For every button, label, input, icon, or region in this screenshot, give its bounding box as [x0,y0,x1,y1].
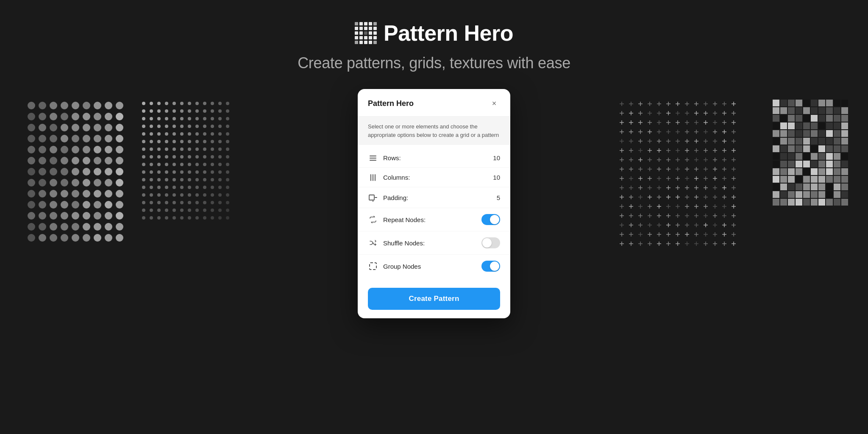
group-nodes-field: Group Nodes [358,255,510,278]
rows-field: Rows: 10 [358,148,510,168]
app-header: Pattern Hero Create patterns, grids, tex… [0,0,868,72]
svg-rect-0 [369,195,374,200]
padding-icon [368,193,378,202]
modal-body: Rows: 10 Columns: 10 [358,145,510,281]
preview-crosses [615,97,745,255]
group-nodes-label: Group Nodes [383,263,481,270]
repeat-nodes-field: Repeat Nodes: [358,208,510,231]
pattern-hero-modal: Pattern Hero × Select one or more elemen… [358,89,510,318]
close-button[interactable]: × [488,97,500,109]
columns-icon [368,174,378,181]
shuffle-nodes-label: Shuffle Nodes: [383,239,481,247]
modal-header: Pattern Hero × [358,89,510,117]
modal-footer: Create Pattern [358,281,510,318]
create-pattern-button[interactable]: Create Pattern [368,288,500,310]
repeat-nodes-label: Repeat Nodes: [383,216,481,223]
padding-field: Padding: 5 [358,187,510,208]
group-nodes-toggle[interactable] [481,261,500,272]
padding-label: Padding: [383,194,497,201]
shuffle-nodes-icon [368,239,378,247]
modal-title: Pattern Hero [368,99,414,108]
title-row: Pattern Hero [355,20,513,46]
rows-value[interactable]: 10 [493,154,500,161]
app-title: Pattern Hero [384,20,513,46]
modal-info-text: Select one or more elements and choose t… [358,117,510,145]
repeat-nodes-toggle[interactable] [481,214,500,225]
columns-label: Columns: [383,174,493,181]
rows-icon [368,156,378,161]
preview-pixels [771,97,851,209]
rows-label: Rows: [383,154,493,161]
preview-dots-small [138,97,238,228]
app-subtitle: Create patterns, grids, textures with ea… [298,54,570,72]
columns-field: Columns: 10 [358,168,510,187]
preview-dots-large [23,97,131,249]
columns-value[interactable]: 10 [493,174,500,181]
group-nodes-icon [368,262,378,270]
shuffle-nodes-toggle[interactable] [481,237,500,248]
shuffle-nodes-field: Shuffle Nodes: [358,231,510,255]
padding-value[interactable]: 5 [497,194,500,201]
repeat-nodes-icon [368,215,378,224]
app-logo-icon [355,22,377,44]
